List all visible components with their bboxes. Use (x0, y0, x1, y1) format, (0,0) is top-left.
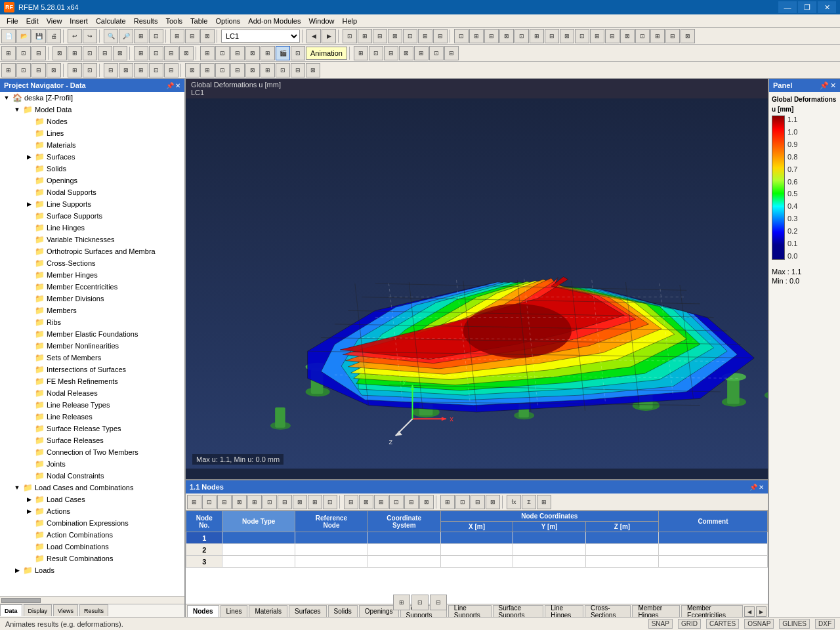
row-ref-2[interactable] (295, 544, 368, 556)
zoom-select-button[interactable]: ⊡ (149, 29, 163, 43)
tb2-btn-h[interactable]: ⊠ (113, 46, 127, 60)
tree-load-cases-combinations[interactable]: ▼ 📁 Load Cases and Combinations (0, 482, 184, 494)
sidebar-item-fe-mesh[interactable]: 📁 FE Mesh Refinements (0, 375, 184, 387)
snap-glines[interactable]: GLINES (779, 619, 810, 629)
bt-btn-q[interactable]: ⊞ (440, 495, 455, 509)
table-row[interactable]: 1 (186, 532, 768, 544)
tree-model-data[interactable]: ▼ 📁 Model Data (0, 104, 184, 116)
bt-btn-o[interactable]: ⊟ (404, 495, 419, 509)
row-x-1[interactable] (440, 532, 513, 544)
sidebar-item-nodal-releases[interactable]: 📁 Nodal Releases (0, 387, 184, 399)
tb3-btn-q[interactable]: ⊞ (261, 63, 275, 77)
table-row[interactable]: 2 (186, 544, 768, 556)
sidebar-item-line-release-types[interactable]: 📁 Line Release Types (0, 399, 184, 411)
expander-load-cases[interactable]: ▶ (24, 494, 34, 505)
bt-btn-d[interactable]: ⊠ (232, 495, 247, 509)
tb2-btn-r[interactable]: 🎬 (276, 46, 290, 60)
snap-osnap[interactable]: OSNAP (744, 619, 774, 629)
sidebar-item-surfaces[interactable]: ▶ 📁 Surfaces (0, 151, 184, 163)
tb2-btn-k[interactable]: ⊟ (164, 46, 178, 60)
sidebar-item-joints[interactable]: 📁 Joints (0, 458, 184, 470)
bottom-panel-pin[interactable]: 📌 (749, 484, 757, 491)
rp-btn-b[interactable]: ⊡ (411, 595, 429, 610)
menu-item-tools[interactable]: Tools (161, 16, 186, 26)
viewport-area[interactable]: Global Deformations u [mm] LC1 (186, 79, 768, 479)
sidebar-item-action-combinations[interactable]: 📁 Action Combinations (0, 529, 184, 541)
minimize-button[interactable]: — (778, 1, 797, 13)
tb3-btn-j[interactable]: ⊡ (149, 63, 163, 77)
tb-btn-k[interactable]: ⊡ (454, 29, 469, 43)
tb-btn-b[interactable]: ⊟ (185, 29, 200, 43)
tb-btn-y[interactable]: ⊟ (665, 29, 680, 43)
sidebar-item-intersections[interactable]: 📁 Intersections of Surfaces (0, 364, 184, 375)
tb-btn-a[interactable]: ⊞ (170, 29, 184, 43)
sidebar-item-surface-releases[interactable]: 📁 Surface Releases (0, 434, 184, 446)
close-button[interactable]: ✕ (818, 1, 836, 13)
row-ref-1[interactable] (295, 532, 368, 544)
tb-btn-x[interactable]: ⊞ (650, 29, 665, 43)
next-button[interactable]: ▶ (322, 29, 336, 43)
row-z-1[interactable] (586, 532, 659, 544)
bt-btn-t[interactable]: ⊠ (486, 495, 500, 509)
row-coord-2[interactable] (368, 544, 440, 556)
row-comment-2[interactable] (658, 544, 767, 556)
tb2-btn-c[interactable]: ⊟ (32, 46, 46, 60)
zoom-all-button[interactable]: ⊞ (134, 29, 148, 43)
tb3-btn-k[interactable]: ⊟ (164, 63, 178, 77)
sidebar-item-member-elastic[interactable]: 📁 Member Elastic Foundations (0, 328, 184, 340)
tb2-btn-v[interactable]: ⊟ (384, 46, 398, 60)
sidebar-item-members[interactable]: 📁 Members (0, 304, 184, 316)
bt-btn-j[interactable]: ⊡ (323, 495, 337, 509)
tb2-btn-m[interactable]: ⊞ (200, 46, 215, 60)
tb-btn-w[interactable]: ⊡ (635, 29, 650, 43)
expander-loads[interactable]: ▶ (12, 564, 22, 576)
menu-item-window[interactable]: Window (304, 16, 338, 26)
row-y-3[interactable] (513, 556, 586, 568)
row-z-2[interactable] (586, 544, 659, 556)
sidebar-item-orthotropic[interactable]: 📁 Orthotropic Surfaces and Membra (0, 245, 184, 257)
sidebar-item-line-releases[interactable]: 📁 Line Releases (0, 411, 184, 423)
print-button[interactable]: 🖨 (47, 29, 61, 43)
tb-btn-o[interactable]: ⊡ (514, 29, 529, 43)
bt-btn-c[interactable]: ⊟ (217, 495, 232, 509)
row-type-3[interactable] (222, 556, 295, 568)
tb2-btn-q[interactable]: ⊞ (261, 46, 275, 60)
tb-btn-j[interactable]: ⊟ (433, 29, 448, 43)
tb3-btn-l[interactable]: ⊠ (185, 63, 200, 77)
tb2-btn-d[interactable]: ⊠ (52, 46, 67, 60)
bt-btn-e[interactable]: ⊞ (247, 495, 262, 509)
menu-item-file[interactable]: File (3, 16, 22, 26)
snap-grid[interactable]: GRID (678, 619, 701, 629)
bt-btn-k[interactable]: ⊟ (344, 495, 358, 509)
tb3-btn-f[interactable]: ⊡ (83, 63, 97, 77)
tree-project-root[interactable]: ▼ 🏠 deska [Z-Profil] (0, 92, 184, 104)
bt-btn-g[interactable]: ⊟ (278, 495, 292, 509)
tb-btn-q[interactable]: ⊟ (545, 29, 559, 43)
tb2-btn-t[interactable]: ⊞ (354, 46, 368, 60)
tb-btn-h[interactable]: ⊡ (403, 29, 417, 43)
sidebar-item-surface-release-types[interactable]: 📁 Surface Release Types (0, 423, 184, 434)
snap-snap[interactable]: SNAP (648, 619, 673, 629)
bt-btn-p[interactable]: ⊠ (419, 495, 434, 509)
menu-item-edit[interactable]: Edit (22, 16, 43, 26)
row-comment-1[interactable] (658, 532, 767, 544)
tb3-btn-p[interactable]: ⊠ (245, 63, 260, 77)
bt-btn-m[interactable]: ⊞ (374, 495, 388, 509)
prev-button[interactable]: ◀ (306, 29, 321, 43)
row-type-1[interactable] (222, 532, 295, 544)
sidebar-item-surface-supports[interactable]: 📁 Surface Supports (0, 210, 184, 222)
tb-btn-i[interactable]: ⊞ (418, 29, 432, 43)
tb2-btn-e[interactable]: ⊞ (68, 46, 82, 60)
tb3-btn-i[interactable]: ⊞ (134, 63, 148, 77)
sidebar-item-lines[interactable]: 📁 Lines (0, 127, 184, 139)
row-x-3[interactable] (440, 556, 513, 568)
row-y-1[interactable] (513, 532, 586, 544)
row-x-2[interactable] (440, 544, 513, 556)
menu-item-table[interactable]: Table (186, 16, 211, 26)
sidebar-item-member-eccentricities[interactable]: 📁 Member Eccentricities (0, 281, 184, 293)
sidebar-item-cross-sections[interactable]: 📁 Cross-Sections (0, 257, 184, 269)
tb3-btn-o[interactable]: ⊟ (230, 63, 245, 77)
menu-item-calculate[interactable]: Calculate (92, 16, 130, 26)
sidebar-item-load-combinations[interactable]: 📁 Load Combinations (0, 541, 184, 553)
row-y-2[interactable] (513, 544, 586, 556)
